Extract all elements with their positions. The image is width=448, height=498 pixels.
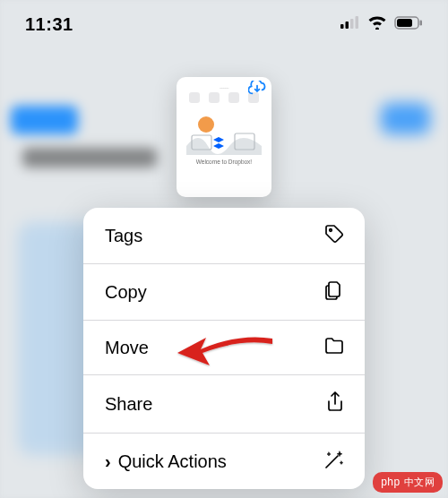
context-menu: Tags Copy Move Share › Quick Actions (83, 208, 365, 489)
cloud-download-icon (248, 81, 266, 99)
preview-illustration (186, 110, 262, 155)
share-icon (325, 391, 345, 417)
menu-item-copy[interactable]: Copy (83, 264, 365, 321)
menu-item-move[interactable]: Move (83, 321, 365, 375)
chevron-right-icon: › (105, 451, 111, 472)
folder-icon (323, 336, 345, 359)
copy-icon (323, 279, 345, 305)
menu-item-label: Quick Actions (118, 451, 227, 472)
menu-item-share[interactable]: Share (83, 375, 365, 434)
wand-icon (322, 449, 345, 474)
cellular-icon (340, 16, 360, 32)
wifi-icon (367, 15, 387, 33)
svg-point-10 (330, 229, 332, 232)
menu-item-quick-actions[interactable]: › Quick Actions (83, 434, 365, 489)
menu-item-label: Tags (105, 226, 142, 246)
battery-icon (394, 16, 423, 33)
watermark-badge: php 中文网 (373, 472, 443, 493)
svg-rect-2 (350, 19, 354, 29)
preview-caption: Welcome to Dropbox! (196, 159, 252, 165)
svg-point-7 (198, 116, 214, 133)
svg-rect-6 (420, 20, 423, 25)
menu-item-label: Share (105, 394, 152, 415)
watermark-brand: php (381, 476, 401, 488)
svg-rect-3 (356, 16, 359, 29)
status-icons (340, 15, 423, 33)
status-time: 11:31 (25, 14, 73, 35)
watermark-text: 中文网 (404, 477, 435, 487)
svg-rect-1 (346, 21, 349, 29)
menu-item-label: Copy (105, 282, 147, 303)
menu-item-label: Move (105, 338, 149, 358)
tag-icon (323, 223, 345, 248)
file-preview-thumbnail: ⎯⎯⎯⎯⎯ Welcome to Dropbox! (177, 77, 271, 197)
status-bar: 11:31 (0, 0, 448, 48)
menu-item-tags[interactable]: Tags (83, 208, 365, 264)
preview-header-text: ⎯⎯⎯⎯⎯ (220, 84, 228, 89)
svg-rect-5 (397, 19, 412, 27)
svg-rect-0 (340, 24, 344, 29)
